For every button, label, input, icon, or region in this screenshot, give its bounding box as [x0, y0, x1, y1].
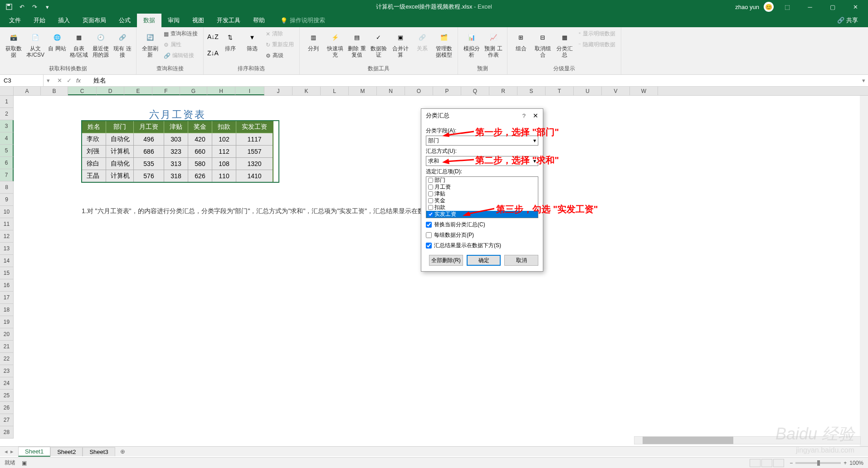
row-header[interactable]: 6 — [0, 157, 14, 169]
replace-check[interactable]: 替换当前分类汇总(C) — [426, 221, 538, 229]
tab-file[interactable]: 文件 — [3, 14, 27, 27]
sheet-tab-2[interactable]: Sheet2 — [50, 447, 83, 456]
remove-dup-button[interactable]: ▤删除 重复值 — [347, 29, 367, 59]
ok-button[interactable]: 确定 — [467, 255, 501, 266]
flash-fill-button[interactable]: ⚡快速填充 — [325, 29, 345, 59]
row-header[interactable]: 9 — [0, 194, 14, 206]
col-header[interactable]: W — [630, 87, 658, 95]
from-csv-button[interactable]: 📄从文 本/CSV — [25, 29, 45, 59]
col-header[interactable]: A — [14, 87, 41, 95]
redo-icon[interactable]: ↷ — [30, 2, 39, 11]
col-header[interactable]: E — [124, 87, 152, 95]
dialog-close-icon[interactable]: ✕ — [533, 112, 538, 119]
tell-me-search[interactable]: 💡 操作说明搜索 — [276, 14, 330, 27]
col-header[interactable]: G — [180, 87, 207, 95]
consolidate-button[interactable]: ▣合并计算 — [390, 29, 410, 59]
row-header[interactable]: 7 — [0, 169, 14, 181]
qat-dropdown-icon[interactable]: ▾ — [43, 2, 52, 11]
ungroup-button[interactable]: ⊟取消组合 — [533, 29, 553, 59]
col-header[interactable]: C — [68, 87, 97, 95]
row-header[interactable]: 2 — [0, 108, 14, 120]
select-all-button[interactable] — [0, 87, 14, 95]
add-sheet-button[interactable]: ⊕ — [118, 448, 128, 455]
row-header[interactable]: 17 — [0, 292, 14, 304]
col-header[interactable]: V — [602, 87, 630, 95]
fx-icon[interactable]: fx — [76, 77, 84, 84]
row-header[interactable]: 1 — [0, 96, 14, 108]
enter-formula-icon[interactable]: ✓ — [67, 77, 72, 84]
formula-input[interactable]: 姓名 — [89, 77, 859, 85]
page-break-check[interactable]: 每组数据分页(P) — [426, 231, 538, 239]
save-icon[interactable] — [5, 2, 14, 11]
tab-data[interactable]: 数据 — [137, 14, 161, 27]
close-icon[interactable]: ✕ — [846, 0, 864, 14]
row-header[interactable]: 26 — [0, 402, 14, 414]
next-sheet-icon[interactable]: ▸ — [10, 448, 14, 455]
undo-icon[interactable]: ↶ — [17, 2, 26, 11]
existing-conn-button[interactable]: 🔗现有 连接 — [112, 29, 132, 59]
col-header[interactable]: K — [293, 87, 321, 95]
row-header[interactable]: 3 — [0, 120, 14, 132]
page-break-button[interactable] — [773, 459, 784, 467]
row-header[interactable]: 8 — [0, 181, 14, 194]
group-button[interactable]: ⊞组合 — [511, 29, 531, 53]
text-to-columns-button[interactable]: ▥分列 — [303, 29, 323, 53]
row-header[interactable]: 12 — [0, 230, 14, 243]
cancel-button[interactable]: 取消 — [504, 255, 538, 266]
data-validation-button[interactable]: ✓数据验 证 — [369, 29, 389, 59]
row-header[interactable]: 25 — [0, 390, 14, 402]
row-header[interactable]: 22 — [0, 353, 14, 365]
tab-help[interactable]: 帮助 — [247, 14, 271, 27]
row-header[interactable]: 20 — [0, 328, 14, 341]
row-header[interactable]: 16 — [0, 279, 14, 292]
refresh-all-button[interactable]: 🔄全部刷新 — [140, 29, 160, 59]
page-layout-button[interactable] — [761, 459, 772, 467]
data-model-button[interactable]: 🗂️管理数 据模型 — [434, 29, 454, 59]
forecast-button[interactable]: 📈预测 工作表 — [483, 29, 503, 59]
row-header[interactable]: 28 — [0, 426, 14, 439]
get-data-button[interactable]: 🗃️获取数 据 — [4, 29, 24, 59]
name-box[interactable]: C3 — [0, 75, 44, 86]
vertical-scrollbar[interactable] — [860, 96, 868, 447]
dialog-help-icon[interactable]: ? — [522, 112, 526, 119]
sort-za-button[interactable]: Z↓A — [207, 49, 219, 57]
queries-conn-button[interactable]: ▦ 查询和连接 — [162, 29, 200, 39]
share-button[interactable]: 🔗 共享 — [833, 14, 863, 27]
from-table-button[interactable]: ▦自表 格/区域 — [69, 29, 89, 59]
sheet-tab-3[interactable]: Sheet3 — [83, 447, 115, 456]
col-header[interactable]: R — [489, 87, 517, 95]
col-header[interactable]: H — [207, 87, 235, 95]
row-header[interactable]: 23 — [0, 365, 14, 377]
col-header[interactable]: B — [41, 87, 68, 95]
zoom-level[interactable]: 100% — [849, 460, 863, 466]
tab-view[interactable]: 视图 — [186, 14, 210, 27]
tab-home[interactable]: 开始 — [27, 14, 52, 27]
sort-button[interactable]: ⇅排序 — [220, 29, 240, 53]
subtotal-button[interactable]: ▦分类汇总 — [555, 29, 575, 59]
tab-dev[interactable]: 开发工具 — [210, 14, 247, 27]
row-header[interactable]: 18 — [0, 304, 14, 316]
row-header[interactable]: 5 — [0, 145, 14, 157]
col-header[interactable]: N — [377, 87, 405, 95]
from-web-button[interactable]: 🌐自 网站 — [47, 29, 67, 53]
col-header[interactable]: Q — [461, 87, 489, 95]
recent-sources-button[interactable]: 🕘最近使 用的源 — [91, 29, 111, 59]
tab-formula[interactable]: 公式 — [112, 14, 137, 27]
row-header[interactable]: 24 — [0, 377, 14, 390]
row-header[interactable]: 14 — [0, 255, 14, 267]
row-header[interactable]: 10 — [0, 206, 14, 218]
what-if-button[interactable]: 📊模拟分析 — [462, 29, 482, 59]
col-header[interactable]: D — [97, 87, 124, 95]
filter-button[interactable]: ▼筛选 — [242, 29, 262, 53]
sort-az-button[interactable]: A↓Z — [207, 33, 219, 40]
maximize-icon[interactable]: ▢ — [824, 0, 842, 14]
macro-record-icon[interactable]: ▣ — [22, 460, 27, 466]
col-header[interactable]: T — [546, 87, 574, 95]
normal-view-button[interactable] — [750, 459, 761, 467]
col-header[interactable]: O — [405, 87, 433, 95]
user-avatar[interactable]: 😊 — [764, 2, 774, 12]
prev-sheet-icon[interactable]: ◂ — [5, 448, 8, 455]
advanced-button[interactable]: ⚙ 高级 — [264, 51, 296, 60]
row-header[interactable]: 11 — [0, 218, 14, 230]
expand-formula-icon[interactable]: ▾ — [859, 77, 868, 84]
